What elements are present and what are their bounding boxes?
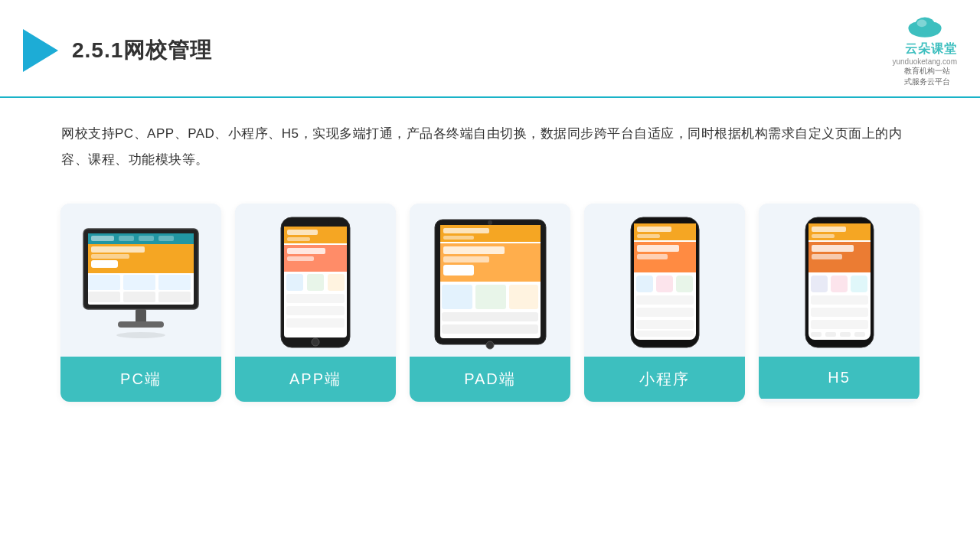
card-pad-label: PAD端 [410,357,570,402]
svg-rect-85 [811,295,868,305]
card-pc-label: PC端 [60,357,221,402]
svg-point-4 [916,20,926,28]
svg-rect-27 [302,220,329,226]
svg-rect-16 [88,275,120,290]
cards-section: PC端 [0,181,980,417]
svg-rect-49 [443,256,489,262]
svg-rect-21 [158,292,191,302]
description-content: 网校支持PC、APP、PAD、小程序、H5，实现多端打通，产品各终端自由切换，数… [61,126,902,167]
svg-rect-8 [91,236,114,241]
svg-rect-84 [851,276,867,292]
card-miniapp-image [584,204,745,357]
svg-rect-19 [88,292,120,302]
svg-rect-50 [443,265,474,276]
svg-rect-87 [811,320,868,329]
svg-rect-32 [287,248,325,254]
svg-rect-33 [287,256,314,261]
svg-rect-77 [812,227,846,232]
svg-point-43 [488,220,492,225]
svg-rect-9 [119,236,134,241]
svg-rect-72 [636,331,694,337]
card-pad: PAD端 [410,204,570,402]
svg-rect-70 [636,308,694,317]
header: 2.5.1网校管理 云朵课堂 yunduoketang.com 教育机构一站 式… [0,0,980,98]
svg-rect-64 [637,245,679,252]
brand-slogan-1: 教育机构一站 [904,66,950,77]
svg-rect-35 [307,274,324,291]
svg-rect-80 [812,245,854,252]
svg-rect-53 [509,285,538,309]
svg-rect-54 [442,312,538,321]
svg-point-24 [116,332,165,338]
h5-phone-icon [803,216,876,350]
svg-rect-52 [475,285,506,309]
card-app: APP端 [235,204,396,402]
logo-triangle-icon [23,29,58,72]
svg-rect-89 [825,332,836,337]
pc-monitor-icon [76,225,206,340]
svg-rect-51 [442,285,472,309]
card-pc: PC端 [60,204,221,402]
card-app-label: APP端 [235,357,396,402]
pad-tablet-icon [431,216,550,350]
card-pc-image [60,204,221,357]
svg-rect-68 [676,276,693,292]
svg-rect-10 [139,236,154,241]
app-phone-icon [277,216,354,350]
svg-rect-37 [286,294,345,303]
brand-logo: 云朵课堂 yunduoketang.com 教育机构一站 式服务云平台 [892,14,957,87]
svg-rect-15 [91,260,118,268]
svg-rect-83 [831,276,848,292]
svg-rect-13 [91,246,145,253]
svg-rect-30 [287,237,310,241]
svg-rect-71 [636,320,694,329]
svg-rect-39 [286,318,345,328]
svg-point-56 [486,341,494,349]
svg-rect-48 [443,246,505,254]
svg-rect-67 [656,276,673,292]
svg-rect-46 [443,236,474,240]
cloud-icon [903,14,946,41]
svg-rect-17 [123,275,155,290]
svg-rect-45 [443,228,489,233]
header-right: 云朵课堂 yunduoketang.com 教育机构一站 式服务云平台 [892,14,957,87]
svg-rect-81 [812,254,842,259]
brand-domain: yunduoketang.com [892,57,957,66]
svg-rect-18 [158,275,191,290]
header-left: 2.5.1网校管理 [23,29,212,72]
svg-rect-36 [328,274,345,291]
brand-slogan-2: 式服务云平台 [904,77,950,87]
svg-rect-69 [636,295,694,305]
svg-rect-22 [136,309,146,323]
svg-rect-62 [637,234,660,238]
description-text: 网校支持PC、APP、PAD、小程序、H5，实现多端打通，产品各终端自由切换，数… [0,98,980,181]
svg-rect-14 [91,254,129,259]
card-app-image [235,204,396,357]
svg-rect-38 [286,306,345,315]
svg-rect-65 [637,254,668,259]
svg-rect-88 [811,332,822,337]
card-pad-image [410,204,570,357]
svg-rect-90 [840,332,851,337]
svg-rect-86 [811,308,868,317]
svg-rect-55 [442,324,538,334]
svg-rect-29 [287,230,318,235]
card-miniapp-label: 小程序 [584,357,745,402]
svg-rect-11 [158,236,174,241]
svg-rect-20 [123,292,155,302]
brand-name: 云朵课堂 [905,41,957,57]
svg-rect-66 [636,276,653,292]
miniapp-phone-icon [629,216,701,350]
card-h5-image [759,204,920,357]
card-miniapp: 小程序 [584,204,745,402]
card-h5-label: H5 [759,357,920,399]
svg-rect-91 [854,332,865,337]
page-title: 2.5.1网校管理 [72,36,212,65]
svg-rect-34 [286,274,303,291]
svg-rect-82 [811,276,828,292]
svg-point-40 [312,338,319,346]
svg-rect-61 [637,227,671,232]
card-h5: H5 [759,204,920,402]
svg-rect-78 [812,234,835,238]
svg-rect-23 [118,321,164,328]
